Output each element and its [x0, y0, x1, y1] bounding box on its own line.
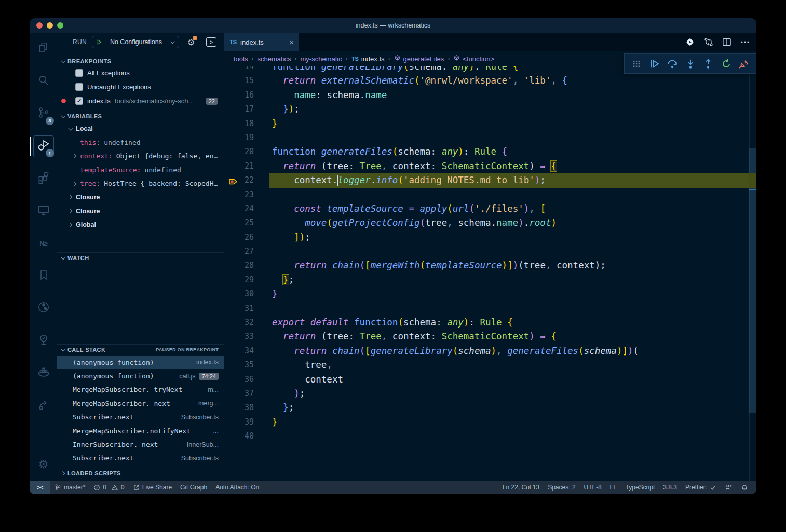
status-item[interactable]: Prettier:: [681, 481, 721, 494]
status-item[interactable]: Ln 22, Col 13: [498, 481, 544, 494]
gutter[interactable]: 30: [224, 287, 272, 301]
activity-item-live-share[interactable]: [30, 390, 57, 422]
gutter[interactable]: 37: [224, 387, 272, 401]
activity-item-run-and-debug[interactable]: 1: [30, 130, 57, 163]
status-item[interactable]: 00: [89, 481, 128, 494]
variable-row[interactable]: tree:HostTree {_backend: ScopedH…: [57, 177, 224, 190]
code-line[interactable]: 17 });: [224, 102, 756, 116]
gutter[interactable]: 39: [224, 415, 272, 429]
code-line[interactable]: 24 const templateSource = apply(url('./f…: [224, 202, 756, 216]
stack-frame[interactable]: (anonymous function)call.js74:24: [57, 369, 224, 383]
status-item[interactable]: TypeScript: [621, 481, 659, 494]
split-editor-icon[interactable]: [722, 37, 732, 47]
breadcrumb-item[interactable]: my-schematic: [301, 55, 342, 63]
code-line[interactable]: 28 return chain([mergeWith(templateSourc…: [224, 258, 756, 272]
code-line[interactable]: 34 return chain([generateLibrary(schema)…: [224, 344, 756, 358]
status-item[interactable]: [737, 481, 752, 494]
section-breakpoints[interactable]: BREAKPOINTS: [57, 56, 224, 66]
code-line[interactable]: 31: [224, 302, 756, 316]
code-line[interactable]: 29 };: [224, 273, 756, 287]
breadcrumb-item[interactable]: <function>: [453, 54, 494, 63]
stack-frame[interactable]: Subscriber.nextSubscriber.ts: [57, 452, 224, 465]
code-line[interactable]: 22 context.logger.info('adding NOTES.md …: [224, 173, 756, 187]
gutter[interactable]: 18: [224, 117, 272, 131]
activity-item-source-control[interactable]: 3: [30, 98, 57, 130]
code-line[interactable]: 18}: [224, 117, 756, 131]
configure-gear-icon[interactable]: ⚙: [187, 37, 195, 47]
section-call-stack[interactable]: CALL STACKPAUSED ON BREAKPOINT: [57, 344, 224, 354]
gutter[interactable]: 16: [224, 88, 272, 102]
breadcrumb-item[interactable]: TSindex.ts: [351, 55, 385, 63]
activity-item-docker[interactable]: [30, 357, 57, 390]
activity-item-extensions[interactable]: [30, 162, 57, 195]
code-line[interactable]: 14function generateLibrary(schema: any):…: [224, 66, 756, 74]
more-actions-icon[interactable]: [740, 37, 750, 47]
code-line[interactable]: 23: [224, 188, 756, 202]
gutter[interactable]: 36: [224, 373, 272, 387]
code-line[interactable]: 32export default function(schema: any): …: [224, 316, 756, 330]
code-line[interactable]: 35 tree,: [224, 358, 756, 372]
code-line[interactable]: 37 );: [224, 387, 756, 401]
code-line[interactable]: 27: [224, 244, 756, 258]
breakpoint-checkbox[interactable]: [75, 69, 83, 77]
gutter[interactable]: 35: [224, 358, 272, 372]
variable-row[interactable]: this:undefined: [57, 135, 224, 149]
variable-row[interactable]: Closure: [57, 204, 224, 217]
code-line[interactable]: 15 return externalSchematic('@nrwl/works…: [224, 74, 756, 88]
status-item[interactable]: [721, 481, 737, 494]
gutter[interactable]: 38: [224, 401, 272, 415]
activity-item-remote-explorer[interactable]: [30, 195, 57, 228]
code-line[interactable]: 16 name: schema.name: [224, 88, 756, 102]
breadcrumb-item[interactable]: tools: [234, 55, 248, 63]
maximize-window-button[interactable]: [57, 22, 63, 29]
variable-row[interactable]: Local: [57, 122, 224, 135]
code-line[interactable]: 26 ]);: [224, 230, 756, 244]
gutter[interactable]: 31: [224, 302, 272, 316]
code-line[interactable]: 20function generateFiles(schema: any): R…: [224, 145, 756, 159]
code-editor[interactable]: 14function generateLibrary(schema: any):…: [224, 66, 756, 481]
close-window-button[interactable]: [36, 22, 43, 29]
variable-row[interactable]: Closure: [57, 190, 224, 204]
breakpoint-row[interactable]: All Exceptions: [57, 66, 224, 80]
variable-row[interactable]: context:Object {debug: false, en…: [57, 149, 224, 163]
code-line[interactable]: 39}: [224, 415, 756, 429]
gutter[interactable]: 33: [224, 330, 272, 344]
gear-icon[interactable]: ⚙: [30, 458, 57, 471]
minimize-window-button[interactable]: [47, 22, 53, 29]
gutter[interactable]: 21: [224, 159, 272, 173]
gutter[interactable]: 29: [224, 273, 272, 287]
stack-frame[interactable]: Subscriber.nextSubscriber.ts: [57, 411, 224, 424]
activity-item-git-graph[interactable]: [30, 292, 57, 325]
launch-config-dropdown[interactable]: No Configurations: [92, 36, 179, 48]
debug-console-icon[interactable]: >: [206, 37, 216, 47]
breakpoint-checkbox[interactable]: ✓: [75, 97, 83, 105]
gutter[interactable]: 28: [224, 258, 272, 272]
code-line[interactable]: 33 return (tree: Tree, context: Schemati…: [224, 330, 756, 344]
variable-row[interactable]: Global: [57, 218, 224, 231]
gutter[interactable]: 27: [224, 244, 272, 258]
gutter[interactable]: 15: [224, 74, 272, 88]
activity-item-todo-tree[interactable]: [30, 325, 57, 358]
status-item[interactable]: Git Graph: [176, 481, 211, 494]
variable-row[interactable]: templateSource:undefined: [57, 163, 224, 176]
code-line[interactable]: 19: [224, 131, 756, 145]
open-changes-icon[interactable]: [684, 36, 696, 48]
code-line[interactable]: 38 };: [224, 401, 756, 415]
status-item[interactable]: Auto Attach: On: [211, 481, 263, 494]
breakpoint-row[interactable]: ✓index.tstools/schematics/my-sch...22: [57, 94, 224, 108]
git-compare-icon[interactable]: [703, 37, 714, 47]
status-item[interactable]: 3.8.3: [659, 481, 681, 494]
code-line[interactable]: 21 return (tree: Tree, context: Schemati…: [224, 159, 756, 173]
status-item[interactable]: LF: [606, 481, 621, 494]
status-item[interactable]: master*: [50, 481, 89, 494]
activity-item-explorer[interactable]: [30, 33, 57, 65]
title-bar[interactable]: index.ts — wrkschematics: [30, 18, 756, 33]
gutter[interactable]: 25: [224, 216, 272, 230]
start-debug-icon[interactable]: [96, 38, 103, 46]
stack-frame[interactable]: MergeMapSubscriber.notifyNext...: [57, 424, 224, 438]
gutter[interactable]: 34: [224, 344, 272, 358]
gutter[interactable]: 26: [224, 230, 272, 244]
code-line[interactable]: 36 context: [224, 373, 756, 387]
breadcrumb-item[interactable]: generateFiles: [394, 54, 444, 63]
tab-index-ts[interactable]: TS index.ts ×: [224, 33, 299, 51]
